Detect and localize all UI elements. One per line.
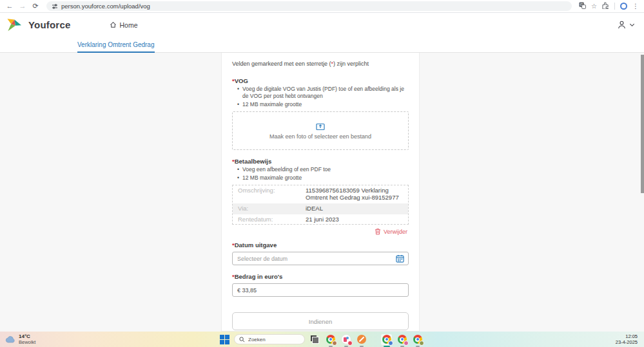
search-placeholder: Zoeken	[248, 337, 266, 342]
receipt-row: Rentedatum: 21 juni 2023	[233, 214, 408, 225]
task-view-icon	[311, 335, 319, 344]
clock-time: 12:05	[616, 333, 638, 340]
vog-hint-1: Voeg de digitale VOG van Justis (PDF) to…	[237, 86, 406, 100]
receipt-row-value: iDEAL	[306, 205, 402, 212]
receipt-row: Omschrijving: 1153968756183059 Verklarin…	[233, 185, 408, 203]
upload-image-icon	[316, 122, 325, 131]
taskbar-clock[interactable]: 12:05 23-4-2025	[616, 333, 644, 346]
chrome-profile-1-button[interactable]	[325, 334, 336, 345]
browser-toolbar: ← → ⟳ person.youforce.com/upload/vog G ☆…	[0, 0, 644, 13]
nav-home[interactable]: Home	[110, 21, 138, 29]
bedrag-input[interactable]	[237, 287, 404, 294]
clock-date: 23-4-2025	[616, 339, 638, 345]
bedrag-field-wrap	[232, 283, 409, 297]
vog-hint-2: 12 MB maximale grootte	[237, 101, 406, 108]
vog-upload-dropzone[interactable]: Maak een foto of selecteer een bestand	[232, 111, 409, 150]
receipt-row-label: Rentedatum:	[238, 216, 306, 223]
bedrag-label: *Bedrag in euro's	[232, 273, 409, 280]
upload-text: Maak een foto of selecteer een bestand	[269, 133, 371, 140]
receipt-row: Via: iDEAL	[233, 203, 408, 214]
payment-receipt-preview[interactable]: Omschrijving: 1153968756183059 Verklarin…	[232, 185, 409, 225]
weather-condition: Bewolkt	[19, 340, 35, 345]
calendar-icon[interactable]	[396, 254, 404, 264]
translate-icon[interactable]: G	[579, 2, 586, 10]
taskbar-center: Zoeken	[220, 332, 423, 347]
betaalbewijs-hint-1: Voeg een afbeelding of een PDF toe	[237, 166, 406, 173]
taskbar-weather-widget[interactable]: 14°C Bewolkt	[0, 333, 35, 345]
tab-bar: Verklaring Omtrent Gedrag	[0, 37, 644, 53]
browser-profile-icon[interactable]	[620, 3, 627, 10]
vog-hints: Voeg de digitale VOG van Justis (PDF) to…	[237, 86, 409, 108]
windows-taskbar: 14°C Bewolkt Zoeken	[0, 332, 644, 347]
blocked-icon	[357, 335, 366, 344]
datum-uitgave-field-wrap	[232, 252, 409, 265]
chrome-profile-2-button-active[interactable]	[381, 334, 392, 345]
profile-badge	[388, 341, 393, 346]
user-icon	[617, 20, 627, 30]
profile-badge	[332, 341, 337, 346]
betaalbewijs-field-title: *Betaalbewijs	[232, 158, 409, 165]
browser-menu-icon[interactable]: ⋮	[632, 3, 639, 10]
datum-uitgave-label: *Datum uitgave	[232, 241, 409, 249]
chevron-down-icon	[629, 22, 635, 28]
vog-field-title: *VOG	[232, 77, 409, 84]
brand-name: Youforce	[28, 19, 71, 30]
remove-receipt-button[interactable]: Verwijder	[232, 228, 407, 235]
youforce-logo[interactable]: Youforce	[0, 18, 71, 32]
profile-badge	[419, 341, 424, 346]
search-icon	[239, 337, 245, 342]
youforce-logo-icon	[6, 18, 22, 32]
browser-actions: G ☆ ⋮	[579, 2, 639, 10]
bookmark-star-icon[interactable]: ☆	[591, 3, 597, 10]
required-note: Velden gemarkeerd met een sterretje (*) …	[232, 61, 409, 67]
scrollbar-thumb[interactable]	[641, 55, 644, 193]
app-header: Youforce Home	[0, 13, 644, 37]
chrome-profile-3-button[interactable]	[396, 334, 407, 345]
tab-verklaring-omtrent-gedrag[interactable]: Verklaring Omtrent Gedrag	[77, 37, 155, 53]
forward-icon[interactable]: →	[18, 3, 27, 10]
site-settings-icon[interactable]	[52, 3, 58, 10]
profile-badge	[404, 341, 409, 346]
home-icon	[110, 21, 117, 28]
chrome-profile-4-button[interactable]	[412, 334, 423, 345]
datum-uitgave-input[interactable]	[237, 256, 404, 262]
receipt-row-value: 21 juni 2023	[306, 216, 402, 223]
trash-icon	[375, 228, 381, 235]
receipt-row-label: Omschrijving:	[238, 187, 306, 202]
cloud-icon	[5, 336, 15, 343]
betaalbewijs-hint-2: 12 MB maximale grootte	[237, 174, 406, 182]
extensions-icon[interactable]	[602, 2, 609, 10]
back-icon[interactable]: ←	[5, 3, 14, 10]
url-text: person.youforce.com/upload/vog	[61, 3, 150, 10]
nav-home-label: Home	[120, 21, 138, 29]
task-view-button[interactable]	[309, 334, 320, 345]
remove-label: Verwijder	[384, 229, 407, 235]
vog-upload-form: Velden gemarkeerd met een sterretje (*) …	[221, 53, 420, 332]
receipt-row-label: Via:	[238, 205, 306, 212]
tab-label: Verklaring Omtrent Gedrag	[77, 41, 155, 48]
notification-badge	[347, 341, 353, 346]
main-content: Velden gemarkeerd met een sterretje (*) …	[0, 53, 644, 332]
toolbar-divider	[614, 3, 615, 10]
paint-app-button[interactable]	[340, 334, 351, 345]
reload-icon[interactable]: ⟳	[31, 3, 40, 10]
user-menu[interactable]	[617, 20, 644, 30]
taskbar-search[interactable]: Zoeken	[234, 334, 305, 344]
page-scrollbar[interactable]	[640, 53, 644, 332]
betaalbewijs-hints: Voeg een afbeelding of een PDF toe 12 MB…	[237, 166, 409, 182]
start-button[interactable]	[220, 335, 229, 344]
submit-button[interactable]: Indienen	[232, 312, 409, 330]
blocked-app-button[interactable]	[356, 334, 367, 345]
receipt-row-value: 1153968756183059 Verklaring Omtrent het …	[306, 187, 402, 202]
address-bar[interactable]: person.youforce.com/upload/vog	[46, 1, 572, 11]
